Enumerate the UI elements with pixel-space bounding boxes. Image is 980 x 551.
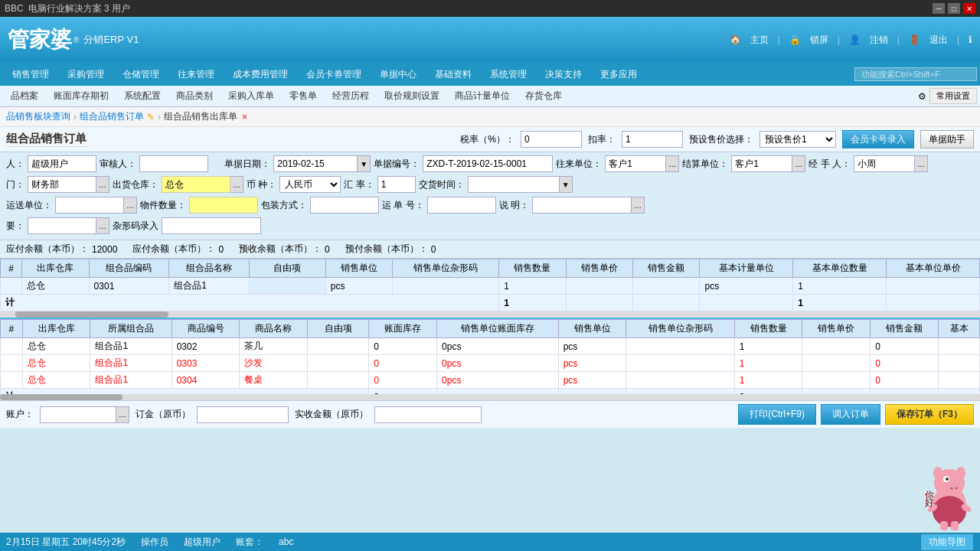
sub-th-base: 基本: [939, 320, 980, 338]
sub-nav-history[interactable]: 经营历程: [325, 86, 377, 106]
delivery-search-button[interactable]: …: [124, 197, 137, 214]
td-sales-price[interactable]: [566, 278, 632, 295]
assist-button[interactable]: 单据助手: [920, 130, 974, 148]
settlement-input[interactable]: [731, 155, 792, 172]
td-sales-qty[interactable]: 1: [499, 278, 566, 295]
sub-nav-products[interactable]: 品档案: [3, 86, 46, 106]
lock-link[interactable]: 锁屏: [810, 34, 828, 47]
function-map-button[interactable]: 功能导图: [920, 533, 974, 551]
currency-select[interactable]: 人民币: [279, 176, 341, 193]
warehouse-search-button[interactable]: …: [230, 176, 243, 193]
tax-rate-input[interactable]: [521, 131, 582, 148]
settings-button[interactable]: 常用设置: [929, 88, 977, 104]
function-search-input[interactable]: [854, 67, 977, 81]
barcode-label: 杂形码录入: [113, 220, 158, 233]
person-input[interactable]: [28, 155, 96, 172]
exchange-input[interactable]: [377, 176, 416, 193]
sub-nav-stock-init[interactable]: 账面库存期初: [46, 86, 116, 106]
handler-search-button[interactable]: …: [915, 155, 928, 172]
import-button[interactable]: 调入订单: [821, 404, 880, 425]
require-search-button[interactable]: …: [96, 217, 109, 234]
td-base-price[interactable]: [887, 278, 980, 295]
nav-sales[interactable]: 销售管理: [3, 65, 58, 84]
order-amount-input[interactable]: [197, 406, 289, 423]
print-button[interactable]: 打印(Ctrl+F9): [738, 404, 816, 425]
currency-label: 币 种：: [247, 178, 276, 191]
nav-documents[interactable]: 单据中心: [371, 65, 426, 84]
nav-member[interactable]: 会员卡券管理: [297, 65, 371, 84]
require-input[interactable]: [28, 217, 96, 234]
packing-input[interactable]: [310, 197, 379, 214]
date-input[interactable]: [273, 155, 358, 172]
td-warehouse[interactable]: 总仓: [22, 278, 89, 295]
tax-rate-label: 税率（%）：: [460, 133, 514, 146]
minimize-button[interactable]: ─: [933, 3, 945, 14]
sub-nav-price-rules[interactable]: 取价规则设置: [377, 86, 447, 106]
total-label: 计: [1, 295, 499, 311]
warehouse-input[interactable]: [162, 176, 230, 193]
exit-link[interactable]: 退出: [929, 34, 948, 47]
td-sales-amount[interactable]: [633, 278, 700, 295]
handler-input[interactable]: [854, 155, 915, 172]
td-sales-barcode[interactable]: [393, 278, 499, 295]
sub-nav-category[interactable]: 商品类别: [168, 86, 220, 106]
sub-table-scrollbar[interactable]: [0, 394, 980, 400]
remark-input[interactable]: [532, 197, 632, 214]
transaction-time-picker[interactable]: ▼: [560, 176, 573, 193]
remark-search-button[interactable]: …: [632, 197, 645, 214]
dept-search-button[interactable]: …: [96, 176, 109, 193]
summary-row: 应付余额（本币）： 12000 应付余额（本币）： 0 预收余额（本币）： 0 …: [0, 240, 980, 259]
nav-cost[interactable]: 成本费用管理: [224, 65, 297, 84]
actual-amount-input[interactable]: [374, 406, 482, 423]
discount-input[interactable]: [622, 131, 683, 148]
logout-link[interactable]: 注销: [870, 34, 888, 47]
td-combo-name[interactable]: 组合品1: [169, 278, 250, 295]
main-nav: 销售管理 采购管理 仓储管理 往来管理 成本费用管理 会员卡券管理 单据中心 基…: [0, 63, 980, 86]
sub-nav-stock-location[interactable]: 存货仓库: [518, 86, 570, 106]
price-select-dropdown[interactable]: 预设售价1: [760, 131, 836, 148]
main-table-scrollbar[interactable]: [0, 311, 980, 318]
nav-system[interactable]: 系统管理: [481, 65, 536, 84]
nav-more[interactable]: 更多应用: [591, 65, 646, 84]
breadcrumb-combo-sales[interactable]: 组合品销售订单: [80, 110, 144, 123]
member-card-button[interactable]: 会员卡号录入: [842, 130, 914, 148]
settlement-search-button[interactable]: …: [792, 155, 805, 172]
to-unit-search-button[interactable]: …: [666, 155, 679, 172]
ship-no-input[interactable]: [427, 197, 496, 214]
nav-purchase[interactable]: 采购管理: [58, 65, 113, 84]
nav-transactions[interactable]: 往来管理: [168, 65, 224, 84]
dept-input[interactable]: [28, 176, 96, 193]
info-icon: ℹ: [969, 34, 972, 45]
save-button[interactable]: 保存订单（F3）: [885, 404, 974, 425]
sub-nav-uom[interactable]: 商品计量单位: [447, 86, 518, 106]
home-link[interactable]: 主页: [750, 34, 769, 47]
transaction-time-input[interactable]: [468, 176, 560, 193]
barcode-input[interactable]: [162, 217, 261, 234]
delivery-label: 运送单位：: [6, 199, 52, 212]
parts-count-input[interactable]: [189, 197, 258, 214]
restore-button[interactable]: □: [948, 3, 960, 14]
nav-basic[interactable]: 基础资料: [426, 65, 481, 84]
date-picker-button[interactable]: ▼: [358, 155, 371, 172]
sub-nav-purchase-in[interactable]: 采购入库单: [220, 86, 282, 106]
breadcrumb-close-icon[interactable]: ×: [242, 112, 247, 122]
account-search-button[interactable]: …: [116, 406, 129, 423]
approver-input[interactable]: [139, 155, 208, 172]
sub-nav-config[interactable]: 系统配置: [116, 86, 168, 106]
to-unit-input[interactable]: [605, 155, 666, 172]
sub-th-free-item: 自由项: [308, 320, 369, 338]
td-combo-code[interactable]: 0301: [89, 278, 169, 295]
td-base-qty[interactable]: 1: [793, 278, 887, 295]
account-input[interactable]: [40, 406, 116, 423]
breadcrumb-sales-query[interactable]: 品销售板块查询: [6, 110, 70, 123]
delivery-input[interactable]: [55, 197, 124, 214]
status-operator-value: 超级用户: [184, 536, 220, 549]
close-button[interactable]: ✕: [963, 3, 975, 14]
sub-nav-retail[interactable]: 零售单: [282, 86, 325, 106]
th-base-qty: 基本单位数量: [793, 259, 887, 278]
docnum-input[interactable]: [423, 155, 553, 172]
td-free-item[interactable]: [249, 278, 325, 295]
nav-decision[interactable]: 决策支持: [536, 65, 591, 84]
main-table-header-row: # 出库仓库 组合品编码 组合品名称 自由项 销售单位 销售单位杂形码 销售数量…: [1, 259, 980, 278]
nav-warehouse[interactable]: 仓储管理: [113, 65, 168, 84]
